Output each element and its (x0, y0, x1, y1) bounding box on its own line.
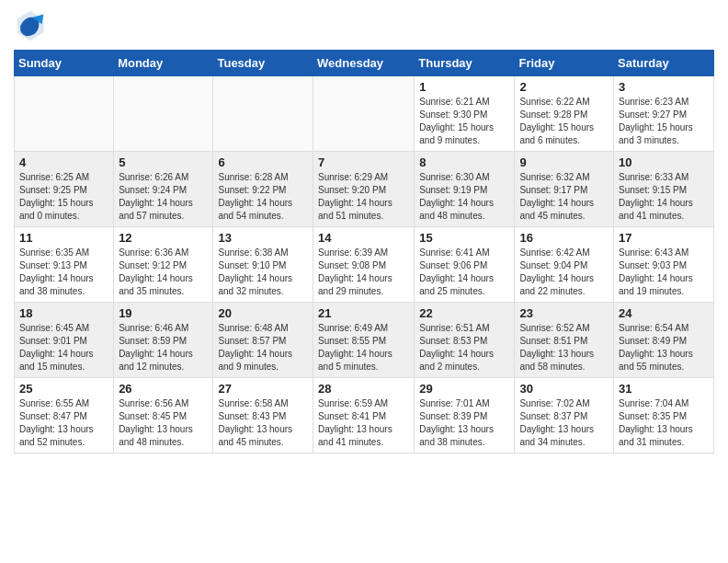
logo (14, 9, 51, 42)
calendar-cell: 3Sunrise: 6:23 AM Sunset: 9:27 PM Daylig… (614, 76, 714, 152)
calendar-body: 1Sunrise: 6:21 AM Sunset: 9:30 PM Daylig… (15, 76, 714, 454)
day-number: 20 (218, 306, 308, 320)
day-info: Sunrise: 6:45 AM Sunset: 9:01 PM Dayligh… (19, 322, 108, 373)
day-number: 27 (218, 382, 308, 396)
day-number: 18 (19, 306, 108, 320)
day-info: Sunrise: 6:48 AM Sunset: 8:57 PM Dayligh… (218, 322, 308, 373)
calendar-cell: 11Sunrise: 6:35 AM Sunset: 9:13 PM Dayli… (15, 227, 114, 303)
day-number: 31 (619, 382, 709, 396)
day-info: Sunrise: 6:26 AM Sunset: 9:24 PM Dayligh… (119, 171, 208, 223)
calendar-week-row: 18Sunrise: 6:45 AM Sunset: 9:01 PM Dayli… (15, 303, 714, 378)
day-info: Sunrise: 6:35 AM Sunset: 9:13 PM Dayligh… (19, 247, 108, 298)
calendar-cell (213, 76, 313, 152)
day-info: Sunrise: 6:32 AM Sunset: 9:17 PM Dayligh… (519, 171, 609, 223)
day-number: 3 (619, 80, 709, 94)
day-info: Sunrise: 6:38 AM Sunset: 9:10 PM Dayligh… (218, 247, 308, 298)
page: SundayMondayTuesdayWednesdayThursdayFrid… (0, 0, 728, 467)
calendar-cell: 15Sunrise: 6:41 AM Sunset: 9:06 PM Dayli… (415, 227, 515, 303)
day-info: Sunrise: 6:22 AM Sunset: 9:28 PM Dayligh… (519, 96, 609, 147)
calendar-cell: 4Sunrise: 6:25 AM Sunset: 9:25 PM Daylig… (15, 152, 114, 227)
calendar-cell: 30Sunrise: 7:02 AM Sunset: 8:37 PM Dayli… (515, 378, 614, 454)
day-number: 30 (519, 382, 609, 396)
day-number: 14 (318, 231, 409, 245)
calendar-cell: 1Sunrise: 6:21 AM Sunset: 9:30 PM Daylig… (415, 76, 515, 152)
day-info: Sunrise: 6:42 AM Sunset: 9:04 PM Dayligh… (519, 247, 609, 298)
calendar-cell: 25Sunrise: 6:55 AM Sunset: 8:47 PM Dayli… (15, 378, 114, 454)
calendar-cell (114, 76, 213, 152)
day-info: Sunrise: 6:28 AM Sunset: 9:22 PM Dayligh… (218, 171, 308, 223)
day-number: 21 (318, 306, 409, 320)
calendar-cell: 20Sunrise: 6:48 AM Sunset: 8:57 PM Dayli… (213, 303, 313, 378)
calendar-cell: 26Sunrise: 6:56 AM Sunset: 8:45 PM Dayli… (114, 378, 213, 454)
logo-icon (14, 9, 47, 42)
calendar-cell (15, 76, 114, 152)
calendar-cell: 21Sunrise: 6:49 AM Sunset: 8:55 PM Dayli… (313, 303, 415, 378)
day-info: Sunrise: 6:56 AM Sunset: 8:45 PM Dayligh… (119, 397, 208, 449)
day-info: Sunrise: 7:01 AM Sunset: 8:39 PM Dayligh… (419, 397, 509, 449)
day-number: 8 (419, 155, 509, 169)
day-info: Sunrise: 6:51 AM Sunset: 8:53 PM Dayligh… (419, 322, 509, 373)
day-number: 15 (419, 231, 509, 245)
calendar-cell: 13Sunrise: 6:38 AM Sunset: 9:10 PM Dayli… (213, 227, 313, 303)
calendar-cell: 31Sunrise: 7:04 AM Sunset: 8:35 PM Dayli… (614, 378, 714, 454)
calendar-cell: 5Sunrise: 6:26 AM Sunset: 9:24 PM Daylig… (114, 152, 213, 227)
calendar-cell: 6Sunrise: 6:28 AM Sunset: 9:22 PM Daylig… (213, 152, 313, 227)
header (14, 9, 714, 42)
day-info: Sunrise: 6:52 AM Sunset: 8:51 PM Dayligh… (519, 322, 609, 373)
day-number: 9 (519, 155, 609, 169)
calendar-cell: 27Sunrise: 6:58 AM Sunset: 8:43 PM Dayli… (213, 378, 313, 454)
day-number: 19 (119, 306, 208, 320)
day-info: Sunrise: 7:04 AM Sunset: 8:35 PM Dayligh… (619, 397, 709, 449)
calendar-cell: 7Sunrise: 6:29 AM Sunset: 9:20 PM Daylig… (313, 152, 415, 227)
weekday-header: Sunday (15, 51, 114, 76)
calendar-cell: 28Sunrise: 6:59 AM Sunset: 8:41 PM Dayli… (313, 378, 415, 454)
weekday-header: Thursday (415, 51, 515, 76)
day-info: Sunrise: 6:30 AM Sunset: 9:19 PM Dayligh… (419, 171, 509, 223)
calendar-cell: 14Sunrise: 6:39 AM Sunset: 9:08 PM Dayli… (313, 227, 415, 303)
calendar-cell: 2Sunrise: 6:22 AM Sunset: 9:28 PM Daylig… (515, 76, 614, 152)
calendar-cell: 24Sunrise: 6:54 AM Sunset: 8:49 PM Dayli… (614, 303, 714, 378)
day-info: Sunrise: 6:25 AM Sunset: 9:25 PM Dayligh… (19, 171, 108, 223)
calendar-cell: 22Sunrise: 6:51 AM Sunset: 8:53 PM Dayli… (415, 303, 515, 378)
day-number: 7 (318, 155, 409, 169)
day-number: 17 (619, 231, 709, 245)
day-info: Sunrise: 6:54 AM Sunset: 8:49 PM Dayligh… (619, 322, 709, 373)
calendar-header-row: SundayMondayTuesdayWednesdayThursdayFrid… (15, 51, 714, 76)
day-number: 26 (119, 382, 208, 396)
day-number: 24 (619, 306, 709, 320)
calendar-week-row: 25Sunrise: 6:55 AM Sunset: 8:47 PM Dayli… (15, 378, 714, 454)
day-info: Sunrise: 6:23 AM Sunset: 9:27 PM Dayligh… (619, 96, 709, 147)
day-number: 29 (419, 382, 509, 396)
day-number: 28 (318, 382, 409, 396)
day-info: Sunrise: 6:49 AM Sunset: 8:55 PM Dayligh… (318, 322, 409, 373)
calendar-cell: 9Sunrise: 6:32 AM Sunset: 9:17 PM Daylig… (515, 152, 614, 227)
calendar-week-row: 11Sunrise: 6:35 AM Sunset: 9:13 PM Dayli… (15, 227, 714, 303)
day-number: 5 (119, 155, 208, 169)
calendar-cell: 17Sunrise: 6:43 AM Sunset: 9:03 PM Dayli… (614, 227, 714, 303)
day-info: Sunrise: 6:59 AM Sunset: 8:41 PM Dayligh… (318, 397, 409, 449)
calendar-cell: 29Sunrise: 7:01 AM Sunset: 8:39 PM Dayli… (415, 378, 515, 454)
day-number: 6 (218, 155, 308, 169)
weekday-header: Tuesday (213, 51, 313, 76)
calendar-table: SundayMondayTuesdayWednesdayThursdayFrid… (14, 50, 714, 454)
weekday-header: Saturday (614, 51, 714, 76)
calendar-week-row: 1Sunrise: 6:21 AM Sunset: 9:30 PM Daylig… (15, 76, 714, 152)
day-info: Sunrise: 6:33 AM Sunset: 9:15 PM Dayligh… (619, 171, 709, 223)
calendar-cell: 18Sunrise: 6:45 AM Sunset: 9:01 PM Dayli… (15, 303, 114, 378)
day-info: Sunrise: 6:46 AM Sunset: 8:59 PM Dayligh… (119, 322, 208, 373)
day-info: Sunrise: 6:58 AM Sunset: 8:43 PM Dayligh… (218, 397, 308, 449)
day-number: 12 (119, 231, 208, 245)
day-number: 2 (519, 80, 609, 94)
day-number: 10 (619, 155, 709, 169)
day-info: Sunrise: 6:39 AM Sunset: 9:08 PM Dayligh… (318, 247, 409, 298)
day-info: Sunrise: 6:29 AM Sunset: 9:20 PM Dayligh… (318, 171, 409, 223)
day-number: 22 (419, 306, 509, 320)
day-number: 16 (519, 231, 609, 245)
day-number: 1 (419, 80, 509, 94)
day-number: 25 (19, 382, 108, 396)
calendar-week-row: 4Sunrise: 6:25 AM Sunset: 9:25 PM Daylig… (15, 152, 714, 227)
day-info: Sunrise: 7:02 AM Sunset: 8:37 PM Dayligh… (519, 397, 609, 449)
day-info: Sunrise: 6:43 AM Sunset: 9:03 PM Dayligh… (619, 247, 709, 298)
day-number: 23 (519, 306, 609, 320)
calendar-cell: 23Sunrise: 6:52 AM Sunset: 8:51 PM Dayli… (515, 303, 614, 378)
